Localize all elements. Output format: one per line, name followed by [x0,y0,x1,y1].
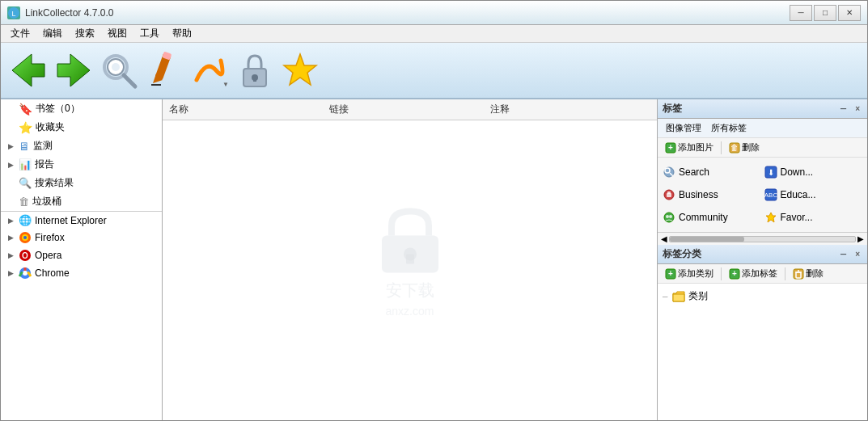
expand-icon-search [6,179,15,188]
tag-business[interactable]: Business [661,183,763,206]
svg-marker-3 [57,54,90,86]
svg-text:+: + [668,269,673,278]
add-category-label: 添加类别 [678,267,713,280]
watermark-text: 安下载 [386,279,434,301]
categories-minus-btn[interactable]: ─ [840,250,846,259]
tag-favor[interactable]: Favor... [763,206,865,229]
categories-toolbar: + 添加类别 + 添加标签 [658,264,867,284]
tag-community-label: Community [679,212,728,223]
tags-close-btn[interactable]: × [853,104,862,113]
svg-marker-2 [12,54,44,86]
tree-item-report[interactable]: ▶ 📊 报告 [1,155,162,174]
tags-scrollbar[interactable]: ◀ ▶ [658,232,867,245]
tag-community[interactable]: Community [661,206,763,229]
svg-marker-43 [766,213,776,222]
tree-item-search-results[interactable]: 🔍 搜索结果 [1,174,162,192]
menu-bar: 文件 编辑 搜索 视图 工具 帮助 [1,25,867,43]
tag-community-icon [663,211,675,224]
tree-item-trash[interactable]: 🗑 垃圾桶 [1,192,162,211]
search-button[interactable] [98,48,140,93]
divider-1 [721,141,722,154]
tag-educa-icon: ABC [764,188,777,201]
add-category-btn[interactable]: + 添加类别 [663,267,716,280]
folder-icon [672,291,685,302]
add-image-label: 添加图片 [678,141,713,154]
category-label: 类别 [688,289,708,303]
tree-item-firefox[interactable]: ▶ Firefox [1,229,162,246]
delete-category-btn[interactable]: 删除 [790,267,826,280]
add-image-btn[interactable]: + 添加图片 [663,141,716,154]
tag-educa[interactable]: ABC Educa... [763,183,865,206]
tag-search-label: Search [679,166,709,178]
menu-file[interactable]: 文件 [4,25,36,42]
menu-help[interactable]: 帮助 [166,25,198,42]
column-headers: 名称 链接 注释 [163,99,657,120]
svg-text:L: L [11,10,15,18]
tree-item-favorites[interactable]: ⭐ 收藏夹 [1,118,162,137]
svg-line-6 [124,75,135,86]
tags-toolbar: + 添加图片 🗑 删除 [658,138,867,158]
curve-button[interactable]: ▼ [188,48,231,93]
menu-search[interactable]: 搜索 [69,25,101,42]
center-panel: 名称 链接 注释 安下载 anxz.com [163,99,657,420]
tree-item-bookmarks[interactable]: 🔖 书签（0） [1,99,162,118]
tree-item-chrome[interactable]: ▶ Chrome [1,264,162,282]
tree-label-search: 搜索结果 [35,176,74,190]
image-mgmt-tab[interactable]: 图像管理 [663,121,705,135]
menu-view[interactable]: 视图 [101,25,133,42]
tag-favor-icon [764,211,777,224]
add-tag-btn[interactable]: + 添加标签 [726,267,780,280]
scroll-left-btn[interactable]: ◀ [661,234,667,243]
menu-tools[interactable]: 工具 [133,25,166,42]
bookmark-icon: 🔖 [19,103,32,116]
lock-button[interactable] [234,48,276,93]
watermark-lock-icon [374,203,447,276]
tree-item-ie[interactable]: ▶ 🌐 Internet Explorer [1,212,162,229]
delete-icon: 🗑 [729,142,740,154]
tag-search[interactable]: Search [661,161,763,183]
tag-down-label: Down... [781,166,814,178]
star-button[interactable] [279,48,321,93]
tag-down[interactable]: ⬇ Down... [763,161,865,183]
back-button[interactable] [7,48,49,93]
svg-point-18 [23,236,27,239]
tag-favor-label: Favor... [781,212,813,223]
maximize-button[interactable]: □ [814,5,836,21]
firefox-icon [19,231,32,244]
all-tags-tab[interactable]: 所有标签 [708,121,750,135]
tree-item-opera[interactable]: ▶ O Opera [1,246,162,264]
scroll-right-btn[interactable]: ▶ [857,234,864,243]
tree-label-chrome: Chrome [35,267,70,279]
delete-tag-btn[interactable]: 🗑 删除 [726,141,762,154]
tags-section: 标签 ─ × 图像管理 所有标签 + 添加图片 [658,99,867,245]
scroll-track[interactable] [669,236,856,242]
categories-close-btn[interactable]: × [853,250,862,259]
svg-text:O: O [22,251,28,260]
category-item[interactable]: ─ 类别 [661,287,864,305]
trash-icon: 🗑 [19,196,29,208]
tags-list: Search ⬇ Down... [658,158,867,232]
tags-subheader: 图像管理 所有标签 [658,119,867,138]
edit-button[interactable] [143,48,185,93]
star-icon: ⭐ [19,121,32,134]
menu-edit[interactable]: 编辑 [36,25,69,42]
expand-icon-monitor: ▶ [6,141,15,151]
svg-point-42 [669,215,672,218]
minimize-button[interactable]: ─ [790,5,812,21]
delete-label: 删除 [742,141,760,154]
tag-business-icon [663,188,675,201]
tag-educa-label: Educa... [781,189,816,200]
watermark: 安下载 anxz.com [374,203,447,317]
tree-item-monitor[interactable]: ▶ 🖥 监测 [1,137,162,155]
close-button[interactable]: ✕ [838,5,861,21]
col-link: 链接 [329,103,489,116]
expand-icon [6,104,15,114]
delete-category-icon [793,268,804,280]
tags-minus-btn[interactable]: ─ [840,104,846,113]
forward-button[interactable] [53,48,95,93]
right-panel: 标签 ─ × 图像管理 所有标签 + 添加图片 [657,99,867,420]
tag-categories-header: 标签分类 ─ × [658,245,867,264]
tree-label-opera: Opera [35,250,61,261]
expand-icon-ie: ▶ [6,216,15,225]
search-icon: 🔍 [19,177,32,189]
